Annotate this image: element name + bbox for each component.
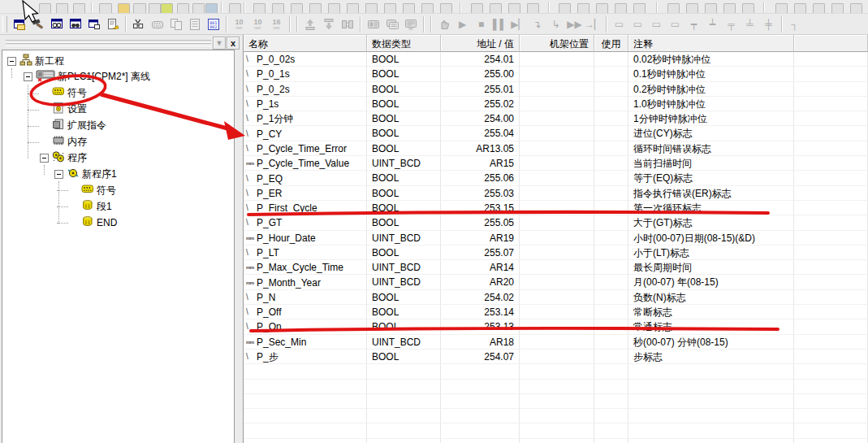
symbol-row-P_Month_Year[interactable]: mmP_Month_YearUINT_BCDAR20月(00-07) 年(08-… bbox=[244, 275, 868, 289]
cell-rack[interactable] bbox=[520, 305, 594, 319]
tree-collapse-icon[interactable] bbox=[54, 170, 63, 179]
cell-comment[interactable]: 常断标志 bbox=[628, 305, 794, 319]
cell-comment[interactable]: 小于(LT)标志 bbox=[628, 245, 794, 260]
cell-type[interactable]: BOOL bbox=[367, 245, 441, 260]
cell-comment[interactable]: 1分钟时钟脉冲位 bbox=[628, 111, 794, 126]
clipped-toolbar-icon[interactable] bbox=[775, 3, 788, 14]
cell-name[interactable]: mmP_Hour_Date bbox=[244, 231, 367, 245]
cell-use[interactable] bbox=[594, 350, 628, 364]
cell-address[interactable]: AR20 bbox=[441, 275, 520, 289]
clipped-toolbar-icon[interactable] bbox=[794, 3, 806, 14]
cell-use[interactable] bbox=[594, 156, 628, 171]
symbol-lookup-icon[interactable] bbox=[129, 15, 148, 33]
insert-window-icon[interactable] bbox=[84, 15, 103, 33]
cell-rack[interactable] bbox=[520, 156, 594, 171]
scan-run-icon[interactable]: →▏ bbox=[584, 15, 602, 33]
cell-type[interactable]: BOOL bbox=[367, 111, 441, 126]
new-closed-coil-icon[interactable]: ▭ bbox=[666, 15, 684, 33]
symbol-row-P_0_2s[interactable]: \P_0_2sBOOL255.010.2秒时钟脉冲位 bbox=[244, 82, 868, 97]
cell-empty[interactable] bbox=[794, 97, 868, 111]
compile-icon[interactable] bbox=[28, 15, 47, 33]
symbol-row-P_Cycle_Time_Value[interactable]: mmP_Cycle_Time_ValueUINT_BCDAR15当前扫描时间 bbox=[244, 156, 868, 171]
cell-address[interactable]: 254.07 bbox=[441, 350, 520, 364]
tree-item-project[interactable]: 新工程 bbox=[7, 54, 67, 68]
monitor-hex-icon[interactable]: 16non bbox=[267, 15, 286, 33]
transfer-to-plc-icon[interactable] bbox=[300, 15, 319, 33]
vertical-up-icon[interactable]: ┯ bbox=[684, 15, 703, 33]
cell-type[interactable]: BOOL bbox=[367, 350, 441, 364]
monitor-signed-decimal-icon[interactable]: 10non bbox=[248, 15, 267, 33]
clipped-toolbar-icon[interactable] bbox=[548, 2, 549, 13]
cell-type[interactable]: UINT_BCD bbox=[367, 260, 441, 275]
cell-use[interactable] bbox=[594, 335, 628, 350]
cell-use[interactable] bbox=[594, 82, 628, 97]
cell-type[interactable]: BOOL bbox=[367, 97, 441, 111]
step-out-icon[interactable]: ↳ bbox=[546, 15, 565, 33]
cell-address[interactable]: 255.06 bbox=[441, 171, 520, 185]
cell-name[interactable]: \P_On bbox=[244, 319, 367, 334]
transfer-from-plc-icon[interactable] bbox=[319, 15, 338, 33]
cell-comment[interactable]: 常通标志 bbox=[628, 319, 794, 334]
clipped-toolbar-icon[interactable] bbox=[559, 3, 571, 14]
clipped-toolbar-icon[interactable] bbox=[471, 3, 483, 14]
clipped-toolbar-icon[interactable] bbox=[253, 3, 266, 14]
column-header-注释[interactable]: 注释 bbox=[628, 35, 794, 52]
pause-monitor-icon[interactable] bbox=[434, 15, 453, 33]
column-header-地址 / 值[interactable]: 地址 / 值 bbox=[441, 35, 520, 52]
symbol-row-P_ER[interactable]: \P_ERBOOL255.03指令执行错误(ER)标志 bbox=[244, 186, 868, 201]
cell-empty[interactable] bbox=[794, 335, 868, 350]
vertical-pair-icon[interactable]: ╪ bbox=[759, 15, 778, 33]
tree-item-symbols[interactable]: 符号 bbox=[40, 86, 89, 101]
work-online-simulator-icon[interactable] bbox=[382, 15, 401, 33]
cell-type[interactable]: UINT_BCD bbox=[367, 335, 441, 350]
cell-address[interactable]: 254.02 bbox=[441, 290, 520, 305]
tree-collapse-icon[interactable] bbox=[24, 72, 32, 81]
cell-rack[interactable] bbox=[520, 319, 594, 334]
column-header-数据类型[interactable]: 数据类型 bbox=[367, 35, 441, 52]
cell-address[interactable]: 255.02 bbox=[441, 97, 520, 111]
clipped-toolbar-icon[interactable] bbox=[39, 3, 51, 14]
cell-address[interactable]: 254.00 bbox=[441, 111, 520, 126]
cell-use[interactable] bbox=[594, 111, 628, 126]
cell-rack[interactable] bbox=[520, 275, 594, 289]
cell-name[interactable]: mmP_Month_Year bbox=[244, 275, 367, 289]
clipped-toolbar-icon[interactable] bbox=[221, 2, 222, 13]
cell-name[interactable]: \P_1分钟 bbox=[244, 111, 367, 126]
cell-comment[interactable]: 循环时间错误标志 bbox=[628, 141, 794, 156]
cell-address[interactable]: 255.04 bbox=[441, 126, 520, 141]
column-header-使用[interactable]: 使用 bbox=[594, 35, 628, 52]
symbol-row-P_步[interactable]: \P_步BOOL254.07步标志 bbox=[244, 350, 868, 364]
cell-rack[interactable] bbox=[520, 67, 594, 81]
new-closed-contact-icon[interactable]: ▭ bbox=[628, 15, 647, 33]
clipped-toolbar-icon[interactable] bbox=[596, 3, 608, 14]
symbol-row-P_CY[interactable]: \P_CYBOOL255.04进位(CY)标志 bbox=[244, 126, 868, 141]
cell-use[interactable] bbox=[594, 171, 628, 185]
cell-empty[interactable] bbox=[794, 126, 868, 141]
tree-item-program-symbols[interactable]: 符号 bbox=[69, 183, 119, 198]
cell-rack[interactable] bbox=[520, 52, 594, 67]
cell-name[interactable]: \P_1s bbox=[244, 97, 367, 111]
cell-name[interactable]: \P_CY bbox=[244, 126, 367, 141]
column-header-spare[interactable] bbox=[794, 35, 868, 52]
cell-comment[interactable]: 步标志 bbox=[628, 350, 794, 364]
cell-empty[interactable] bbox=[794, 52, 868, 67]
cell-rack[interactable] bbox=[520, 82, 594, 97]
tree-item-label[interactable]: 新工程 bbox=[32, 54, 67, 69]
horizontal-icon[interactable]: ╤ bbox=[722, 15, 741, 33]
cell-comment[interactable]: 最长周期时间 bbox=[628, 260, 794, 275]
cell-name[interactable]: \P_GT bbox=[244, 215, 367, 230]
cell-address[interactable]: 253.14 bbox=[441, 305, 520, 319]
cell-empty[interactable] bbox=[794, 231, 868, 245]
cell-name[interactable]: \P_Off bbox=[244, 305, 367, 319]
clipped-toolbar-icon[interactable] bbox=[460, 2, 460, 13]
cell-empty[interactable] bbox=[794, 350, 868, 364]
clipped-toolbar-icon[interactable] bbox=[403, 3, 415, 14]
panel-close-icon[interactable]: x bbox=[227, 37, 240, 50]
cell-name[interactable]: \P_Cycle_Time_Error bbox=[244, 141, 367, 156]
cell-type[interactable]: BOOL bbox=[367, 126, 441, 141]
tree-item-label[interactable]: 段1 bbox=[94, 199, 114, 215]
cell-comment[interactable]: 1.0秒时钟脉冲位 bbox=[628, 97, 794, 111]
panel-menu-dropdown-icon[interactable]: ▼ bbox=[213, 37, 226, 50]
pause-icon[interactable]: ▌▌ bbox=[490, 15, 509, 33]
symbol-row-P_1s[interactable]: \P_1sBOOL255.021.0秒时钟脉冲位 bbox=[244, 97, 868, 111]
